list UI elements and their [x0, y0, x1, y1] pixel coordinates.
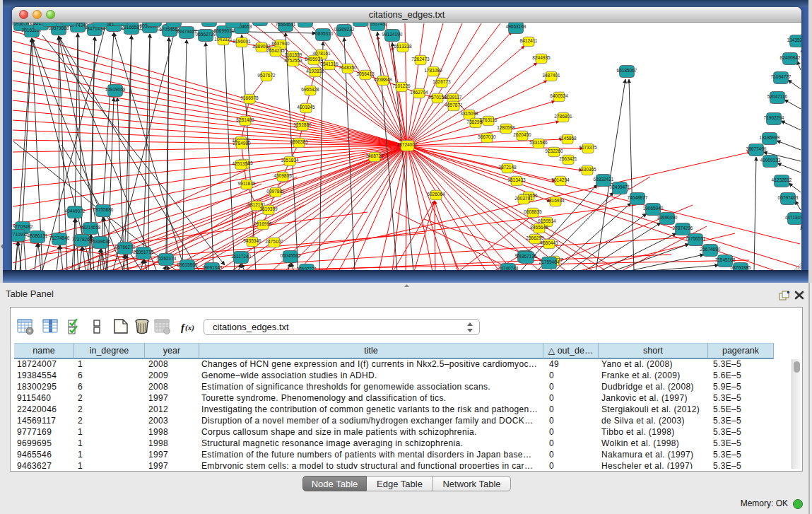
svg-text:19065940: 19065940: [643, 206, 664, 211]
svg-text:71937452: 71937452: [367, 23, 388, 26]
svg-text:47710932: 47710932: [12, 232, 28, 237]
svg-text:77378263: 77378263: [72, 237, 93, 242]
svg-text:8244935: 8244935: [532, 55, 551, 60]
svg-text:28951718: 28951718: [134, 250, 154, 255]
svg-text:78755886: 78755886: [93, 207, 114, 212]
svg-text:1781080: 1781080: [424, 68, 442, 73]
svg-text:75564641: 75564641: [276, 23, 296, 27]
svg-text:05766270: 05766270: [115, 245, 136, 250]
svg-text:4192832: 4192832: [306, 69, 324, 74]
svg-text:74648877: 74648877: [628, 195, 648, 200]
svg-text:(x): (x): [185, 323, 194, 332]
svg-text:0097882: 0097882: [266, 189, 285, 194]
svg-text:71756551: 71756551: [686, 236, 706, 241]
svg-text:4752553: 4752553: [284, 58, 302, 63]
svg-text:8412411: 8412411: [520, 38, 538, 43]
svg-text:59615865: 59615865: [177, 262, 198, 267]
svg-text:9816934: 9816934: [546, 198, 565, 203]
svg-text:7262473: 7262473: [411, 57, 430, 62]
svg-text:3315098: 3315098: [460, 111, 478, 116]
svg-text:6513338: 6513338: [394, 44, 412, 49]
svg-text:4657871: 4657871: [445, 103, 463, 107]
svg-text:06562729: 06562729: [196, 32, 216, 37]
svg-text:1280598: 1280598: [497, 125, 515, 130]
svg-text:74367136: 74367136: [517, 254, 537, 259]
svg-text:4680443: 4680443: [540, 240, 558, 245]
svg-text:2366299: 2366299: [526, 235, 544, 240]
svg-text:2784980: 2784980: [233, 141, 251, 146]
svg-text:40449972: 40449972: [65, 209, 86, 214]
svg-text:7648350: 7648350: [339, 65, 357, 70]
svg-text:2620450: 2620450: [513, 132, 531, 137]
svg-text:44713493: 44713493: [785, 215, 801, 220]
svg-text:9166978: 9166978: [240, 95, 259, 100]
svg-text:18724007: 18724007: [397, 142, 418, 147]
svg-text:4251354: 4251354: [232, 161, 250, 166]
svg-text:6159514: 6159514: [538, 218, 556, 223]
svg-text:1462704: 1462704: [410, 90, 428, 95]
svg-text:5331586: 5331586: [529, 140, 548, 145]
svg-text:9513433: 9513433: [507, 177, 526, 182]
svg-text:52047116: 52047116: [767, 94, 788, 99]
svg-text:4309805: 4309805: [273, 173, 292, 178]
svg-text:8196001: 8196001: [233, 39, 251, 44]
svg-text:8637940: 8637940: [271, 41, 290, 46]
svg-text:06797403: 06797403: [778, 195, 799, 200]
svg-text:80699016: 80699016: [214, 28, 235, 33]
svg-text:82400842: 82400842: [780, 55, 801, 60]
svg-text:6400524: 6400524: [550, 93, 568, 98]
svg-text:41232812: 41232812: [772, 177, 792, 182]
svg-text:25674680: 25674680: [700, 247, 721, 252]
svg-text:8281489: 8281489: [236, 117, 254, 122]
svg-text:2786801: 2786801: [554, 114, 572, 119]
svg-text:13990490: 13990490: [657, 215, 678, 220]
svg-text:70262174: 70262174: [156, 256, 177, 261]
svg-text:71274846: 71274846: [49, 235, 70, 240]
svg-text:9911838: 9911838: [238, 181, 256, 186]
svg-text:3056413: 3056413: [356, 71, 375, 76]
svg-text:63495788: 63495788: [223, 23, 244, 23]
svg-text:49663193: 49663193: [506, 24, 526, 29]
svg-text:38677496: 38677496: [746, 146, 767, 151]
svg-text:13435240: 13435240: [787, 37, 801, 42]
svg-text:05045562: 05045562: [281, 253, 301, 258]
svg-text:70805310: 70805310: [313, 31, 334, 36]
svg-text:8495931: 8495931: [305, 57, 323, 62]
svg-text:6026064: 6026064: [427, 192, 445, 197]
svg-text:61832421: 61832421: [594, 177, 614, 182]
svg-text:5435346: 5435346: [243, 238, 261, 243]
svg-text:0341316: 0341316: [320, 62, 339, 66]
svg-text:2654235: 2654235: [266, 48, 285, 53]
svg-text:08760385: 08760385: [731, 265, 751, 270]
svg-text:14919058: 14919058: [105, 87, 126, 92]
svg-text:8465648: 8465648: [530, 225, 548, 230]
svg-text:0916998: 0916998: [254, 221, 272, 226]
svg-text:3252880: 3252880: [293, 122, 312, 127]
svg-text:1326773: 1326773: [433, 79, 451, 84]
svg-text:6073375: 6073375: [579, 145, 597, 150]
svg-text:3487401: 3487401: [542, 73, 560, 78]
svg-text:49909133: 49909133: [760, 158, 781, 163]
svg-text:6965328: 6965328: [301, 87, 319, 92]
svg-text:4330365: 4330365: [578, 167, 596, 172]
svg-text:27874296: 27874296: [673, 226, 693, 230]
svg-text:0608835: 0608835: [524, 209, 542, 214]
svg-text:71902294: 71902294: [764, 115, 784, 120]
svg-text:5667010: 5667010: [478, 134, 496, 139]
svg-text:2003791: 2003791: [514, 196, 533, 201]
svg-text:2475107: 2475107: [265, 239, 283, 244]
svg-text:65185067: 65185067: [617, 68, 637, 73]
svg-text:78091343: 78091343: [202, 265, 223, 270]
svg-text:03309232: 03309232: [334, 27, 355, 32]
svg-text:3872148: 3872148: [498, 165, 517, 170]
svg-text:9232260: 9232260: [545, 148, 563, 153]
svg-text:9537672: 9537672: [257, 73, 276, 78]
svg-text:4145868: 4145868: [558, 136, 577, 141]
svg-text:48086131: 48086131: [28, 233, 48, 238]
svg-text:3763116: 3763116: [480, 117, 498, 122]
svg-text:7101226: 7101226: [392, 83, 411, 88]
svg-text:99124190: 99124190: [382, 32, 403, 37]
svg-text:71094777: 71094777: [771, 74, 792, 79]
svg-text:02499471: 02499471: [610, 185, 630, 189]
svg-text:1051834: 1051834: [281, 158, 299, 163]
